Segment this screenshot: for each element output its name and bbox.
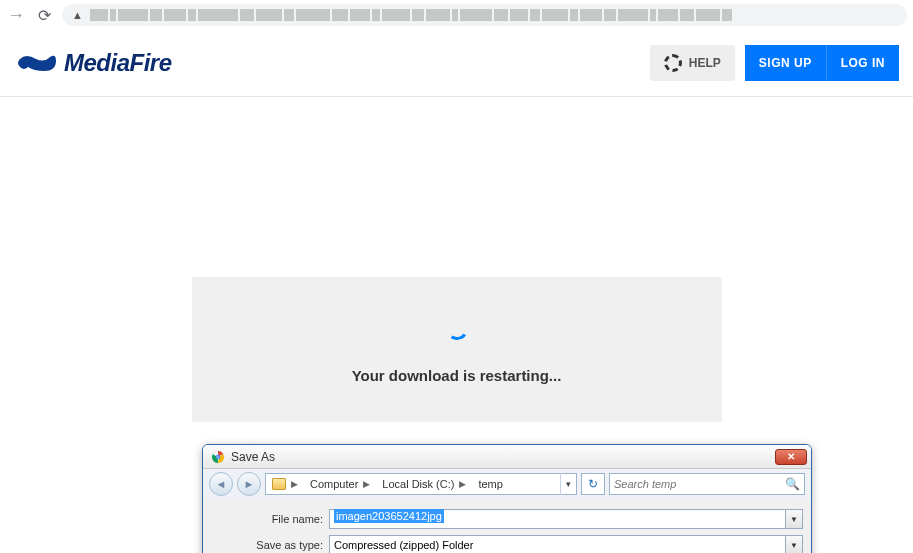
- breadcrumb-seg[interactable]: Computer: [310, 478, 358, 490]
- download-message: Your download is restarting...: [352, 367, 562, 384]
- dialog-close-button[interactable]: ✕: [775, 449, 807, 465]
- svg-point-2: [216, 455, 219, 458]
- chrome-app-icon: [211, 450, 225, 464]
- breadcrumb-seg[interactable]: temp: [478, 478, 502, 490]
- dialog-title: Save As: [231, 450, 775, 464]
- dialog-refresh-button[interactable]: ↻: [581, 473, 605, 495]
- browser-back-button[interactable]: →: [6, 5, 26, 26]
- dialog-search-input[interactable]: [614, 478, 785, 490]
- dialog-title-bar[interactable]: Save As ✕: [203, 445, 811, 469]
- site-lock-icon: ▲: [72, 9, 83, 21]
- breadcrumb-bar[interactable]: ▶ Computer▶ Local Disk (C:)▶ temp ▾: [265, 473, 577, 495]
- breadcrumb-seg[interactable]: Local Disk (C:): [382, 478, 454, 490]
- loading-spinner-icon: [444, 316, 469, 341]
- dialog-search-box[interactable]: 🔍: [609, 473, 805, 495]
- savetype-select[interactable]: Compressed (zipped) Folder: [329, 535, 786, 553]
- brand-name: MediaFire: [64, 49, 172, 77]
- login-button[interactable]: LOG IN: [826, 45, 899, 81]
- filename-dropdown[interactable]: ▼: [786, 509, 803, 529]
- site-header: MediaFire HELP SIGN UP LOG IN: [0, 30, 913, 97]
- help-label: HELP: [689, 56, 721, 70]
- filename-label: File name:: [211, 513, 329, 525]
- brand-logo[interactable]: MediaFire: [14, 49, 172, 77]
- savetype-label: Save as type:: [211, 539, 329, 551]
- savetype-dropdown[interactable]: ▼: [786, 535, 803, 553]
- search-icon: 🔍: [785, 477, 800, 491]
- url-obscured: [90, 6, 903, 24]
- browser-url-bar[interactable]: ▲: [62, 4, 907, 26]
- filename-input[interactable]: imagen203652412jpg: [329, 509, 786, 529]
- dialog-nav-forward[interactable]: ►: [237, 472, 261, 496]
- flame-icon: [14, 49, 58, 77]
- breadcrumb-dropdown[interactable]: ▾: [560, 473, 576, 495]
- dialog-nav-back[interactable]: ◄: [209, 472, 233, 496]
- signup-button[interactable]: SIGN UP: [745, 45, 826, 81]
- browser-reload-button[interactable]: ⟳: [34, 6, 54, 25]
- download-status-card: Your download is restarting...: [192, 277, 722, 422]
- save-as-dialog: Save As ✕ ◄ ► ▶ Computer▶ Local Disk (C:…: [202, 444, 812, 553]
- folder-icon: [272, 478, 286, 490]
- help-button[interactable]: HELP: [650, 45, 735, 81]
- help-ring-icon: [664, 54, 682, 72]
